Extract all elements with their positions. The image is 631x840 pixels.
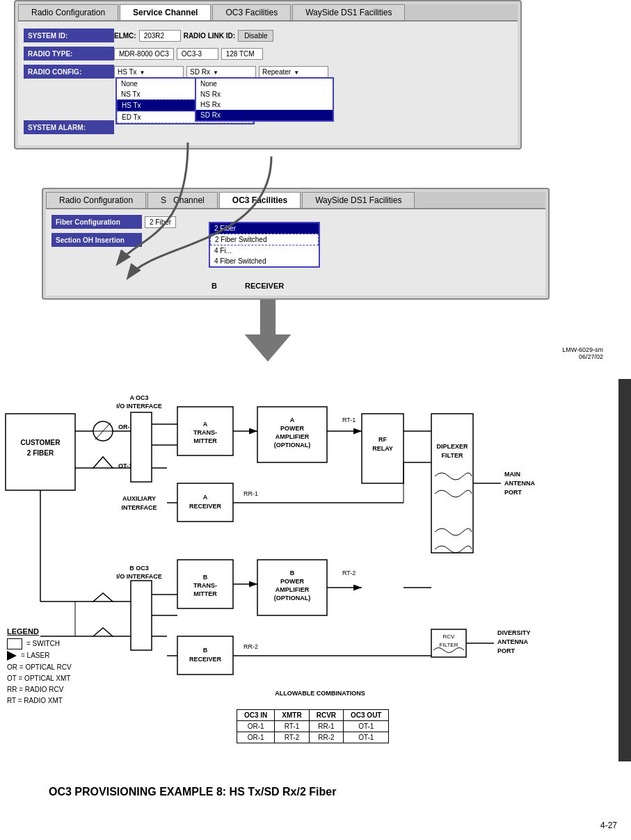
svg-text:RELAY: RELAY — [372, 445, 393, 452]
system-alarm-row: SYSTEM ALARM: — [24, 120, 512, 134]
legend-rt: RT = RADIO XMT — [7, 695, 72, 706]
legend-or: OR = OPTICAL RCV — [7, 662, 72, 673]
svg-text:AUXILIARY: AUXILIARY — [122, 495, 156, 502]
svg-text:(OPTIONAL): (OPTIONAL) — [274, 595, 311, 601]
row2-rcvr: RR-2 — [309, 732, 343, 743]
svg-rect-21 — [131, 581, 152, 650]
fiber-dropdown-list: 2 Fiber 2 Fiber Switched 4 Fi... 4 Fiber… — [209, 222, 320, 268]
section-oh-label: Section OH Insertion — [51, 233, 142, 247]
rx-option-none[interactable]: None — [196, 79, 333, 89]
svg-text:A OC3: A OC3 — [129, 394, 148, 401]
svg-text:RT-2: RT-2 — [342, 570, 356, 576]
repeater-dropdown[interactable]: Repeater — [259, 66, 328, 78]
svg-text:B: B — [203, 574, 208, 581]
legend-area: LEGEND = SWITCH = LASER OR = OPTICAL RCV… — [7, 626, 72, 706]
svg-text:POWER: POWER — [280, 425, 305, 432]
lmw-label: LMW-6029-sm 06/27/02 — [562, 346, 603, 360]
elmc-value[interactable]: 203R2 — [139, 30, 181, 42]
tab2-radio-config[interactable]: Radio Configuration — [46, 192, 146, 208]
fiber-option-2fiber[interactable]: 2 Fiber — [210, 223, 319, 234]
second-ui-panel: Radio Configuration S Channel OC3 Facili… — [42, 188, 550, 300]
rx-dropdown[interactable]: SD Rx — [186, 66, 256, 78]
svg-rect-13 — [131, 412, 152, 482]
top-tab-bar: Radio Configuration Service Channel OC3 … — [18, 4, 518, 22]
svg-text:(OPTIONAL): (OPTIONAL) — [274, 442, 311, 449]
tab-radio-config[interactable]: Radio Configuration — [18, 4, 118, 20]
rx-dropdown-list: None NS Rx HS Rx SD Rx — [195, 77, 334, 122]
system-id-fields: ELMC: 203R2 RADIO LINK ID: Disable — [114, 30, 273, 42]
switch-symbol — [7, 638, 22, 649]
svg-text:B: B — [203, 647, 208, 654]
svg-text:MITTER: MITTER — [193, 590, 217, 597]
fiber-option-4fiber-switched[interactable]: 4 Fiber Switched — [210, 256, 319, 266]
system-id-label: SYSTEM ID: — [24, 29, 114, 42]
svg-text:AMPLIFIER: AMPLIFIER — [275, 586, 310, 593]
svg-text:ANTENNA: ANTENNA — [497, 638, 528, 645]
svg-text:B OC3: B OC3 — [129, 565, 149, 572]
rx-option-nsrx[interactable]: NS Rx — [196, 89, 333, 99]
radio-type-label: RADIO TYPE: — [24, 47, 114, 60]
svg-marker-7 — [93, 457, 113, 468]
svg-text:RR-2: RR-2 — [243, 643, 258, 650]
row1-rcvr: RR-1 — [309, 721, 343, 732]
svg-text:POWER: POWER — [280, 578, 305, 585]
radio-config-fields: HS Tx SD Rx Repeater — [114, 66, 328, 78]
legend-laser-label: = LASER — [21, 650, 49, 661]
radio-type-val2: OC3-3 — [177, 48, 218, 60]
fiber-config-val[interactable]: 2 Fiber — [145, 216, 176, 228]
rx-option-hsrx[interactable]: HS Rx — [196, 99, 333, 110]
receiver-label-top: RECEIVER — [245, 282, 284, 290]
tab2-service-channel[interactable]: S Channel — [147, 192, 218, 208]
table-row: OR-1 RT-2 RR-2 OT-1 — [237, 732, 389, 743]
row1-oc3in: OR-1 — [237, 721, 275, 732]
svg-text:I/O INTERFACE: I/O INTERFACE — [116, 573, 162, 580]
svg-text:TRANS-: TRANS- — [193, 429, 217, 436]
svg-text:AMPLIFIER: AMPLIFIER — [275, 433, 310, 440]
svg-text:ANTENNA: ANTENNA — [504, 480, 535, 487]
elmc-label: ELMC: — [114, 32, 136, 40]
sidebar-bar — [618, 379, 631, 761]
svg-text:A: A — [290, 417, 295, 423]
second-form-area: Fiber Configuration 2 Fiber Section OH I… — [46, 209, 545, 296]
legend-title: LEGEND — [7, 626, 72, 638]
radio-type-val3: 128 TCM — [221, 48, 263, 60]
svg-text:MAIN: MAIN — [504, 471, 520, 478]
svg-text:A: A — [203, 494, 208, 501]
svg-text:RT-1: RT-1 — [342, 417, 356, 423]
col-header-oc3out: OC3 OUT — [344, 710, 389, 721]
legend-switch-label: = SWITCH — [26, 638, 60, 649]
top-form-area: SYSTEM ID: ELMC: 203R2 RADIO LINK ID: Di… — [18, 22, 518, 145]
table-row: OR-1 RT-1 RR-1 OT-1 — [237, 721, 389, 732]
radio-link-id-value[interactable]: Disable — [238, 30, 273, 42]
b-label: B — [211, 282, 217, 290]
row1-oc3out: OT-1 — [344, 721, 389, 732]
fiber-option-4fiber[interactable]: 4 Fi... — [210, 245, 319, 256]
svg-text:RCV: RCV — [443, 633, 456, 640]
svg-text:PORT: PORT — [504, 489, 522, 496]
tab-service-channel[interactable]: Service Channel — [120, 4, 211, 20]
row2-oc3in: OR-1 — [237, 732, 275, 743]
svg-text:RR-1: RR-1 — [243, 490, 258, 497]
radio-config-label: RADIO CONFIG: — [24, 65, 114, 79]
fiber-option-2fiber-switched[interactable]: 2 Fiber Switched — [210, 234, 319, 245]
tab2-wayside-ds1[interactable]: WaySide DS1 Facilities — [302, 192, 415, 208]
svg-text:RF: RF — [378, 436, 387, 443]
svg-text:CUSTOMER: CUSTOMER — [20, 439, 61, 446]
row2-xmtr: RT-2 — [275, 732, 309, 743]
tab-oc3-facilities[interactable]: OC3 Facilities — [212, 4, 291, 20]
col-header-xmtr: XMTR — [275, 710, 309, 721]
main-diagram: CUSTOMER 2 FIBER OR-1 OT-1 A OC3 I/O INT… — [0, 379, 623, 713]
fiber-config-value: 2 Fiber — [145, 218, 176, 226]
radio-type-row: RADIO TYPE: MDR-8000 OC3 OC3-3 128 TCM — [24, 47, 512, 60]
svg-text:MITTER: MITTER — [193, 437, 217, 444]
page-title: OC3 PROVISIONING EXAMPLE 8: HS Tx/SD Rx/… — [49, 786, 336, 798]
tab2-oc3-facilities[interactable]: OC3 Facilities — [219, 192, 301, 208]
svg-text:RECEIVER: RECEIVER — [189, 656, 222, 663]
system-alarm-label: SYSTEM ALARM: — [24, 120, 114, 134]
tab-wayside-ds1[interactable]: WaySide DS1 Facilities — [292, 4, 405, 20]
page-number: 4-27 — [600, 821, 617, 830]
tx-dropdown[interactable]: HS Tx — [114, 66, 184, 78]
svg-text:2 FIBER: 2 FIBER — [27, 449, 54, 457]
rx-option-sdrx[interactable]: SD Rx — [196, 110, 333, 120]
svg-text:DIVERSITY: DIVERSITY — [497, 629, 531, 636]
